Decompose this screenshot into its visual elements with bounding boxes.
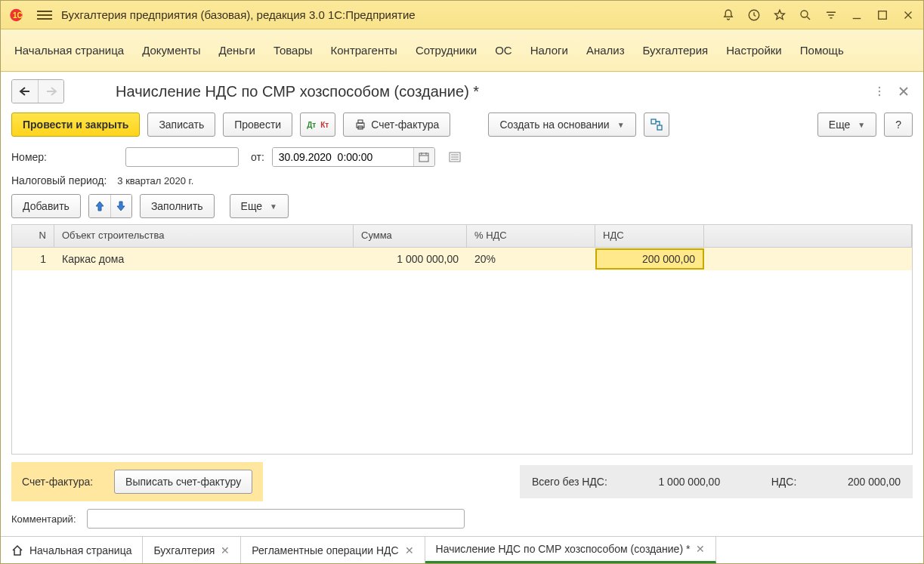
tab-current[interactable]: Начисление НДС по СМР хозспособом (созда… <box>425 537 717 563</box>
comment-label: Комментарий: <box>11 513 76 525</box>
add-row-button[interactable]: Добавить <box>11 194 81 218</box>
star-icon[interactable] <box>772 8 787 23</box>
invoice-button-label: Счет-фактура <box>371 119 439 131</box>
from-label: от: <box>251 151 264 163</box>
nav-back-button[interactable] <box>12 80 38 103</box>
menu-analysis[interactable]: Анализ <box>586 44 625 57</box>
cell-n[interactable]: 1 <box>12 253 54 265</box>
filter-icon[interactable] <box>824 8 839 23</box>
create-based-on-button[interactable]: Создать на основании▼ <box>488 112 635 137</box>
svg-point-5 <box>879 87 880 88</box>
menu-home[interactable]: Начальная страница <box>14 44 124 57</box>
bottom-tabs: Начальная страница Бухгалтерия ✕ Регламе… <box>1 536 923 563</box>
th-sum[interactable]: Сумма <box>354 225 467 247</box>
number-input[interactable] <box>125 147 239 167</box>
tab-label: Бухгалтерия <box>153 544 215 556</box>
close-window-icon[interactable] <box>901 8 916 23</box>
app-logo: 1С <box>8 7 31 23</box>
cell-nds[interactable]: 200 000,00 <box>595 248 704 270</box>
post-button[interactable]: Провести <box>223 112 292 137</box>
app-window: 1С Бухгалтерия предприятия (базовая), ре… <box>0 0 924 564</box>
search-icon[interactable] <box>798 8 813 23</box>
menu-taxes[interactable]: Налоги <box>530 44 568 57</box>
tab-close-icon[interactable]: ✕ <box>221 544 230 556</box>
dt-kt-button[interactable]: ДтКт <box>300 112 335 137</box>
tab-home[interactable]: Начальная страница <box>1 537 143 563</box>
tab-vat-ops[interactable]: Регламентные операции НДС ✕ <box>241 537 425 563</box>
menu-goods[interactable]: Товары <box>273 44 313 57</box>
move-down-button[interactable] <box>110 195 131 217</box>
menu-counterparties[interactable]: Контрагенты <box>331 44 397 57</box>
total-label: Всего без НДС: <box>532 476 607 488</box>
calendar-icon[interactable] <box>413 148 434 166</box>
menu-settings[interactable]: Настройки <box>726 44 782 57</box>
menu-documents[interactable]: Документы <box>142 44 200 57</box>
menu-employees[interactable]: Сотрудники <box>416 44 477 57</box>
data-table: N Объект строительства Сумма % НДС НДС 1… <box>11 224 913 455</box>
more-button[interactable]: Еще▼ <box>817 112 876 137</box>
kebab-icon[interactable] <box>870 82 888 100</box>
move-up-button[interactable] <box>89 195 110 217</box>
history-icon[interactable] <box>746 8 762 23</box>
tab-label: Начальная страница <box>29 544 131 556</box>
nav-buttons <box>11 79 64 103</box>
minimize-icon[interactable] <box>849 8 864 23</box>
create-based-label: Создать на основании <box>499 119 609 131</box>
cell-sum[interactable]: 1 000 000,00 <box>354 253 467 265</box>
date-field <box>272 147 435 167</box>
tab-accounting[interactable]: Бухгалтерия ✕ <box>143 537 241 563</box>
svg-rect-13 <box>419 153 428 162</box>
th-vat-pct[interactable]: % НДС <box>467 225 595 247</box>
nds-label: НДС: <box>771 476 797 488</box>
date-input[interactable] <box>273 148 413 166</box>
summary-bar: Всего без НДС: 1 000 000,00 НДС: 200 000… <box>520 465 913 498</box>
menu-os[interactable]: ОС <box>495 44 512 57</box>
svg-rect-12 <box>657 125 662 130</box>
create-invoice-button[interactable]: Выписать счет-фактуру <box>114 470 252 494</box>
cell-object[interactable]: Каркас дома <box>54 253 354 265</box>
svg-point-7 <box>879 94 880 96</box>
th-object[interactable]: Объект строительства <box>54 225 354 247</box>
svg-rect-11 <box>651 119 656 124</box>
total-value: 1 000 000,00 <box>658 476 720 488</box>
tax-period-value: 3 квартал 2020 г. <box>117 175 193 186</box>
menu-help[interactable]: Помощь <box>800 44 844 57</box>
comment-input[interactable] <box>87 509 465 529</box>
svg-point-6 <box>879 91 880 92</box>
tax-period-label: Налоговый период: <box>11 174 107 186</box>
titlebar: 1С Бухгалтерия предприятия (базовая), ре… <box>1 1 923 29</box>
th-nds[interactable]: НДС <box>595 225 704 247</box>
table-more-button[interactable]: Еще▼ <box>230 194 289 218</box>
menu-money[interactable]: Деньги <box>218 44 255 57</box>
tab-label: Начисление НДС по СМР хозспособом (созда… <box>436 543 691 555</box>
close-page-icon[interactable] <box>895 82 913 100</box>
svg-point-3 <box>801 11 808 17</box>
th-n[interactable]: N <box>12 225 54 247</box>
invoice-button[interactable]: Счет-фактура <box>343 112 450 137</box>
nav-forward-button[interactable] <box>38 80 63 103</box>
table-row[interactable]: 1 Каркас дома 1 000 000,00 20% 200 000,0… <box>12 248 912 270</box>
help-button[interactable]: ? <box>884 112 913 137</box>
tab-close-icon[interactable]: ✕ <box>696 543 705 555</box>
hamburger-icon[interactable] <box>37 11 52 20</box>
content-area: Начисление НДС по СМР хозспособом (созда… <box>1 72 923 536</box>
menu-accounting[interactable]: Бухгалтерия <box>643 44 709 57</box>
print-icon <box>354 119 366 131</box>
fill-button[interactable]: Заполнить <box>140 194 215 218</box>
nds-value: 200 000,00 <box>848 476 901 488</box>
tab-close-icon[interactable]: ✕ <box>405 544 414 556</box>
bell-icon[interactable] <box>721 8 736 23</box>
page-title: Начисление НДС по СМР хозспособом (созда… <box>116 83 864 100</box>
list-icon[interactable] <box>449 152 461 162</box>
related-button[interactable] <box>644 112 669 137</box>
table-more-label: Еще <box>241 200 263 212</box>
main-menu: Начальная страница Документы Деньги Това… <box>1 29 923 72</box>
invoice-label: Счет-фактура: <box>22 476 93 488</box>
maximize-icon[interactable] <box>875 8 890 23</box>
svg-rect-9 <box>358 120 363 123</box>
cell-vat-pct[interactable]: 20% <box>467 253 595 265</box>
window-title: Бухгалтерия предприятия (базовая), редак… <box>61 8 721 21</box>
save-button[interactable]: Записать <box>147 112 215 137</box>
number-label: Номер: <box>11 151 47 163</box>
post-and-close-button[interactable]: Провести и закрыть <box>11 112 140 137</box>
